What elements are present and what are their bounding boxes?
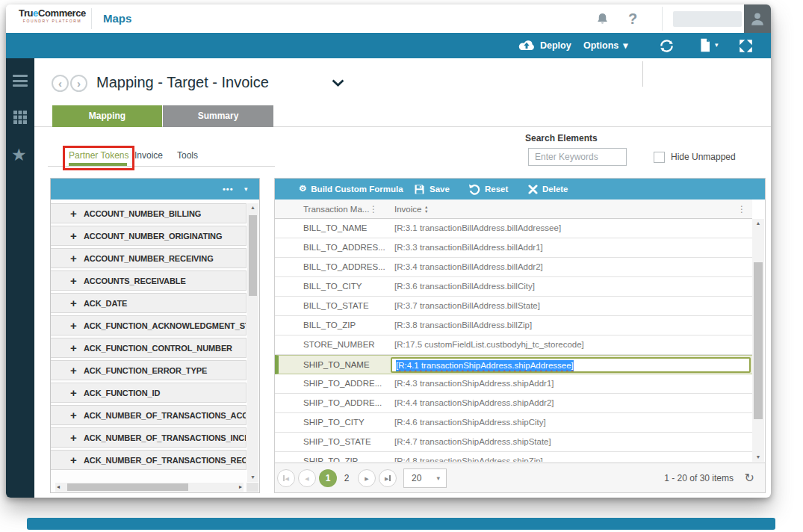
table-row[interactable]: BILL_TO_STATE [R:3.7 transactionBillAddr… bbox=[275, 297, 752, 316]
search-elements-label: Search Elements bbox=[525, 133, 598, 143]
apps-grid-icon[interactable] bbox=[13, 111, 27, 124]
new-document-button[interactable]: ▾ bbox=[699, 37, 719, 53]
scroll-up-icon[interactable]: ▲ bbox=[247, 203, 258, 212]
tab-summary[interactable]: Summary bbox=[163, 105, 273, 127]
favorites-star-icon[interactable]: ★ bbox=[11, 146, 27, 164]
subtab-invoice[interactable]: Invoice bbox=[134, 146, 163, 164]
expand-plus-icon[interactable]: + bbox=[70, 319, 84, 332]
token-label: ACK_DATE bbox=[84, 299, 127, 308]
token-list-item[interactable]: + ACK_FUNCTION_ERROR_TYPE bbox=[51, 360, 247, 380]
table-row[interactable]: BILL_TO_CITY [R:3.6 transactionBillAddre… bbox=[275, 277, 752, 297]
token-list-item[interactable]: + ACCOUNTS_RECEIVABLE bbox=[51, 270, 247, 291]
token-list-item[interactable]: + ACK_FUNCTION_ACKNOWLEDGMENT_STAT bbox=[51, 315, 247, 335]
table-row[interactable]: BILL_TO_NAME [R:3.1 transactionBillAddre… bbox=[275, 219, 752, 238]
save-button[interactable]: Save bbox=[414, 179, 450, 200]
token-list-item[interactable]: + ACK_FUNCTION_CONTROL_NUMBER bbox=[51, 338, 247, 358]
token-list-item[interactable]: + ACCOUNT_NUMBER_RECEIVING bbox=[51, 248, 247, 268]
refresh-icon[interactable] bbox=[659, 38, 675, 54]
chevron-down-icon[interactable]: ▾ bbox=[244, 179, 248, 200]
help-icon[interactable]: ? bbox=[628, 4, 637, 33]
prev-page-button[interactable]: ◀ bbox=[298, 469, 316, 487]
hide-unmapped-checkbox[interactable] bbox=[654, 152, 665, 163]
title-chevron-down-icon[interactable] bbox=[332, 79, 344, 87]
grid-vertical-scrollbar[interactable]: ▲ ▼ bbox=[752, 219, 764, 462]
reset-button[interactable]: Reset bbox=[468, 179, 508, 200]
scroll-left-icon[interactable]: ◂ bbox=[57, 483, 60, 492]
table-row[interactable]: SHIP_TO_ZIP [R:4.8 transactionShipAddres… bbox=[275, 452, 752, 462]
search-input[interactable] bbox=[528, 148, 627, 166]
expand-plus-icon[interactable]: + bbox=[70, 454, 84, 466]
next-icon: ▶ bbox=[365, 476, 368, 481]
back-button[interactable]: ‹ bbox=[52, 75, 69, 92]
token-list-horizontal-scrollbar[interactable]: ◂ ▸ bbox=[55, 483, 244, 492]
table-row[interactable]: SHIP_TO_CITY [R:4.6 transactionShipAddre… bbox=[275, 413, 752, 433]
token-list-item[interactable]: + ACK_NUMBER_OF_TRANSACTIONS_INCLUD bbox=[51, 427, 247, 448]
table-row[interactable]: SHIP_TO_NAME [R:4.1 transactionShipAddre… bbox=[275, 355, 752, 374]
token-list-item[interactable]: + ACK_FUNCTION_ID bbox=[51, 383, 247, 403]
expand-plus-icon[interactable]: + bbox=[70, 207, 84, 220]
menu-hamburger-icon[interactable] bbox=[13, 75, 28, 90]
avatar[interactable] bbox=[744, 4, 771, 33]
token-list-item[interactable]: + ACK_DATE bbox=[51, 293, 247, 313]
tab-mapping[interactable]: Mapping bbox=[52, 105, 162, 127]
options-button[interactable]: Options ▾ bbox=[583, 33, 628, 58]
token-list-vertical-scrollbar[interactable]: ▲ ▼ bbox=[247, 203, 258, 482]
last-page-button[interactable]: ▶ bbox=[379, 469, 397, 487]
table-row[interactable]: BILL_TO_ADDRES... [R:3.4 transactionBill… bbox=[275, 258, 752, 277]
row-field: BILL_TO_STATE bbox=[275, 297, 388, 315]
table-row[interactable]: BILL_TO_ADDRES... [R:3.3 transactionBill… bbox=[275, 238, 752, 258]
scroll-down-icon[interactable]: ▼ bbox=[752, 453, 764, 462]
expand-plus-icon[interactable]: + bbox=[70, 297, 84, 309]
row-field: BILL_TO_ADDRES... bbox=[275, 258, 388, 276]
first-page-button[interactable]: ◀ bbox=[277, 469, 295, 487]
table-row[interactable]: SHIP_TO_ADDRE... [R:4.4 transactionShipA… bbox=[275, 394, 752, 413]
column-menu-kebab-icon[interactable]: ⋮ bbox=[369, 200, 378, 219]
mapping-edit-input[interactable]: [R:4.1 transactionShipAddress.shipAddres… bbox=[391, 357, 751, 373]
page-size-select[interactable]: 20▾ bbox=[403, 468, 447, 488]
logo-subtext: FOUNDRY PLATFORM bbox=[15, 19, 90, 23]
expand-plus-icon[interactable]: + bbox=[70, 274, 84, 287]
subtab-tools[interactable]: Tools bbox=[177, 146, 198, 164]
scrollbar-thumb[interactable] bbox=[249, 215, 257, 296]
overflow-menu-icon[interactable]: ••• bbox=[223, 179, 234, 200]
grid-menu-kebab-icon[interactable]: ⋮ bbox=[737, 200, 746, 219]
scrollbar-thumb[interactable] bbox=[67, 483, 188, 491]
token-list-item[interactable]: + ACCOUNT_NUMBER_ORIGINATING bbox=[51, 226, 247, 246]
table-row[interactable]: SHIP_TO_STATE [R:4.7 transactionShipAddr… bbox=[275, 433, 752, 452]
scroll-down-icon[interactable]: ▼ bbox=[247, 473, 258, 482]
token-list-item[interactable]: + ACK_NUMBER_OF_TRANSACTIONS_RECEIV bbox=[51, 450, 247, 470]
scrollbar-corner bbox=[247, 483, 258, 492]
build-custom-formula-button[interactable]: ⚙ Build Custom Formula bbox=[299, 179, 403, 200]
scrollbar-thumb[interactable] bbox=[754, 262, 763, 419]
column-header-invoice[interactable]: Invoice bbox=[394, 200, 421, 219]
column-header-transaction-map[interactable]: Transaction Ma... bbox=[303, 200, 369, 219]
forward-button[interactable]: › bbox=[70, 75, 87, 92]
sort-icon[interactable]: ▲▼ bbox=[424, 205, 428, 214]
scroll-right-icon[interactable]: ▸ bbox=[239, 483, 242, 492]
notifications-bell-icon[interactable] bbox=[595, 12, 610, 26]
scroll-up-icon[interactable]: ▲ bbox=[752, 219, 764, 228]
deploy-button[interactable]: Deploy bbox=[517, 33, 571, 58]
expand-plus-icon[interactable]: + bbox=[70, 386, 84, 399]
expand-plus-icon[interactable]: + bbox=[70, 364, 84, 377]
token-label: ACK_NUMBER_OF_TRANSACTIONS_INCLUD bbox=[84, 433, 247, 442]
expand-plus-icon[interactable]: + bbox=[70, 252, 84, 265]
expand-plus-icon[interactable]: + bbox=[70, 409, 84, 421]
header-divider bbox=[662, 7, 663, 31]
refresh-grid-icon[interactable]: ↻ bbox=[745, 463, 754, 493]
fullscreen-icon[interactable] bbox=[738, 38, 754, 54]
expand-plus-icon[interactable]: + bbox=[70, 229, 84, 242]
table-row[interactable]: STORE_NUMBER [R:17.5 customFieldList.cus… bbox=[275, 335, 752, 355]
delete-button[interactable]: Delete bbox=[528, 179, 568, 200]
page-2-button[interactable]: 2 bbox=[341, 463, 353, 493]
page-1-button[interactable]: 1 bbox=[319, 469, 337, 487]
expand-plus-icon[interactable]: + bbox=[70, 341, 84, 354]
token-list-item[interactable]: + ACK_NUMBER_OF_TRANSACTIONS_ACCEPT bbox=[51, 405, 247, 425]
sidebar: ★ bbox=[6, 58, 34, 498]
expand-plus-icon[interactable]: + bbox=[70, 431, 84, 444]
next-page-button[interactable]: ▶ bbox=[358, 469, 376, 487]
token-list-item[interactable]: + ACCOUNT_NUMBER_BILLING bbox=[51, 203, 247, 223]
header-divider bbox=[91, 8, 92, 29]
table-row[interactable]: BILL_TO_ZIP [R:3.8 transactionBillAddres… bbox=[275, 316, 752, 335]
table-row[interactable]: SHIP_TO_ADDRE... [R:4.3 transactionShipA… bbox=[275, 374, 752, 394]
